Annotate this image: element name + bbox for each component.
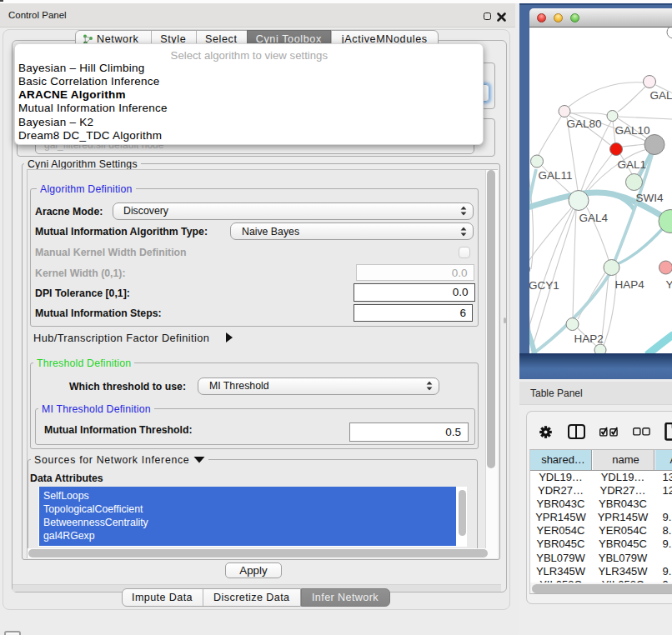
- svg-text:GAL4: GAL4: [579, 212, 608, 224]
- svg-text:GAL80: GAL80: [566, 118, 601, 130]
- svg-text:GCY1: GCY1: [529, 279, 559, 292]
- svg-text:YM: YM: [665, 278, 672, 291]
- svg-text:GAL1: GAL1: [617, 158, 646, 171]
- svg-text:HAP2: HAP2: [574, 332, 603, 345]
- svg-text:GAL2: GAL2: [649, 89, 672, 102]
- svg-text:GAL11: GAL11: [538, 169, 572, 182]
- svg-text:GAL10: GAL10: [614, 124, 649, 137]
- svg-text:SWI4: SWI4: [635, 192, 663, 204]
- svg-text:HAP4: HAP4: [614, 278, 644, 291]
